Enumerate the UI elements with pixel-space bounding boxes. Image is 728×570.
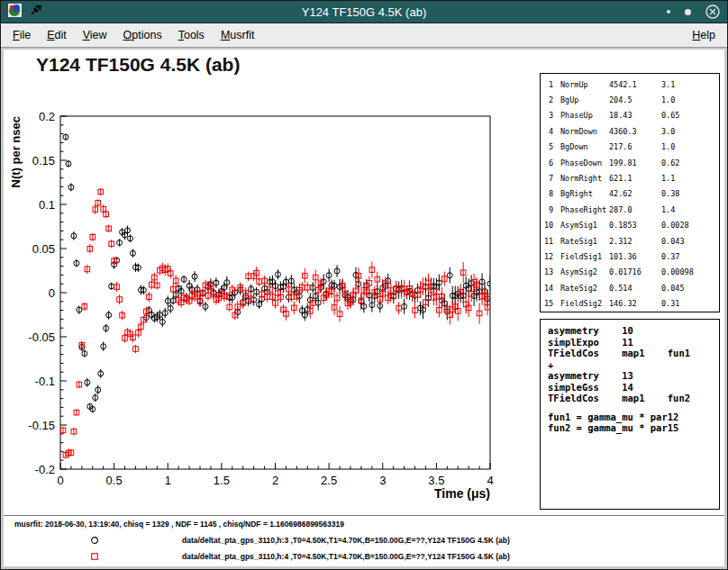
menu-view[interactable]: View: [75, 25, 115, 45]
stats-val: 287.0: [609, 205, 661, 214]
stats-val: 0.01716: [609, 267, 661, 276]
stats-name: BgUp: [560, 95, 609, 104]
data-series-1: [60, 109, 493, 412]
stats-val: 2.312: [609, 237, 661, 246]
stats-idx: 1: [544, 80, 553, 89]
theory-line: TFieldCos map1 fun2: [548, 393, 712, 404]
theory-line: simpleGss 14: [548, 382, 712, 394]
theory-line: asymmetry 10: [548, 325, 712, 337]
x-tick-label: 0: [57, 474, 63, 487]
plot-area[interactable]: 00.511.522.533.540.20.150.10.050-0.05-0.…: [4, 102, 535, 511]
stats-idx: 7: [544, 174, 553, 183]
param-row-NormRight: 7NormRight621.11.1: [541, 170, 719, 185]
stats-val: 18.43: [609, 111, 661, 120]
param-row-BgUp: 2BgUp204.51.0: [541, 92, 719, 107]
stats-err: 1.0: [661, 95, 719, 104]
stats-idx: 4: [544, 127, 553, 136]
param-row-PhaseDown: 6PhaseDown199.810.62: [541, 155, 719, 170]
menu-musrfit[interactable]: Musrfit: [213, 25, 263, 45]
legend: data/deltat_pta_gps_3110,h:3 ,T0=4.50K,T…: [4, 532, 724, 565]
stats-val: 204.5: [609, 95, 661, 104]
window-content: Y124 TF150G 4.5K (ab) 00.511.522.533.540…: [1, 48, 727, 569]
stats-idx: 14: [544, 284, 553, 293]
stats-idx: 8: [544, 189, 553, 198]
x-tick-label: 4: [487, 474, 493, 487]
stats-err: 0.65: [661, 111, 719, 120]
param-row-PhaseUp: 3PhaseUp18.430.65: [541, 108, 719, 123]
x-tick-label: 0.5: [106, 474, 123, 487]
stats-name: PhaseUp: [560, 111, 609, 120]
y-tick-label: 0.1: [39, 198, 55, 212]
minimize-icon[interactable]: [667, 10, 670, 14]
stats-name: PhaseDown: [560, 158, 609, 167]
close-icon[interactable]: [705, 5, 720, 19]
stats-val: 101.36: [609, 252, 661, 261]
root-canvas[interactable]: Y124 TF150G 4.5K (ab) 00.511.522.533.540…: [4, 50, 724, 566]
stats-idx: 13: [544, 267, 553, 276]
stats-idx: 15: [544, 299, 553, 308]
menu-edit[interactable]: Edit: [39, 25, 75, 45]
x-tick-label: 1: [165, 474, 171, 487]
theory-box[interactable]: asymmetry 10simplExpo 11TFieldCos map1 f…: [540, 319, 720, 510]
y-tick-label: -0.2: [35, 463, 55, 476]
maximize-icon[interactable]: [685, 9, 691, 15]
stats-err: 1.1: [661, 174, 719, 183]
stats-err: 0.00098: [661, 267, 719, 276]
stats-idx: 12: [544, 252, 553, 261]
param-row-RateSig2: 14RateSig20.5140.045: [541, 280, 719, 295]
stats-err: 0.37: [661, 252, 719, 261]
param-row-NormUp: 1NormUp4542.13.1: [541, 77, 719, 92]
legend-marker-circle-icon: [90, 532, 99, 548]
app-window: Y124 TF150G 4.5K (ab) FileEditViewOption…: [0, 0, 728, 570]
stats-idx: 5: [544, 142, 553, 151]
theory-line: +: [548, 359, 712, 371]
stats-err: 3.0: [661, 127, 719, 136]
stats-err: 3.1: [661, 80, 719, 89]
theory-line: asymmetry 13: [548, 370, 712, 382]
x-tick-label: 2.5: [321, 474, 337, 487]
stats-idx: 2: [544, 95, 553, 104]
stats-err: 0.31: [661, 299, 719, 308]
y-tick-label: 0: [49, 286, 55, 300]
menu-tools[interactable]: Tools: [170, 25, 213, 45]
theory-line: TFieldCos map1 fun1: [548, 348, 712, 359]
param-row-FieldSig1: 12FieldSig1101.360.37: [541, 249, 719, 264]
x-tick-label: 3.5: [428, 474, 444, 487]
stats-idx: 11: [544, 237, 553, 246]
theory-gap: [548, 404, 712, 412]
stats-name: NormDown: [560, 127, 609, 136]
x-tick-label: 2: [272, 474, 278, 487]
parameter-stats-box[interactable]: 1NormUp4542.13.12BgUp204.51.03PhaseUp18.…: [540, 73, 720, 312]
x-tick-label: 1.5: [214, 474, 230, 487]
y-tick-label: 0.15: [32, 154, 55, 167]
stats-idx: 3: [544, 111, 553, 120]
param-row-RateSig1: 11RateSig12.3120.043: [541, 233, 719, 249]
stats-err: 0.045: [661, 284, 719, 293]
pushpin-icon[interactable]: [30, 4, 42, 20]
menu-options[interactable]: Options: [115, 25, 170, 45]
app-icon[interactable]: [8, 4, 22, 21]
stats-idx: 6: [544, 158, 553, 167]
fit-info-line: musrfit: 2018-06-30, 13:19:40, chisq = 1…: [14, 520, 344, 529]
stats-name: FieldSig1: [560, 252, 609, 261]
stats-idx: 9: [544, 205, 553, 214]
legend-divider: [4, 515, 724, 516]
legend-marker-square-icon: [90, 548, 99, 565]
menu-help[interactable]: Help: [684, 25, 723, 45]
param-row-FieldSig2: 15FieldSig2146.320.31: [541, 295, 719, 311]
titlebar[interactable]: Y124 TF150G 4.5K (ab): [1, 1, 727, 23]
stats-val: 146.32: [609, 299, 661, 308]
legend-row: data/deltat_pta_gps_3110,h:4 ,T0=4.50K,T…: [4, 548, 724, 565]
stats-name: AsymSig2: [560, 267, 609, 276]
stats-val: 0.514: [609, 284, 661, 293]
param-row-NormDown: 4NormDown4360.33.0: [541, 123, 719, 139]
menu-file[interactable]: File: [5, 25, 39, 45]
stats-err: 0.62: [661, 158, 719, 167]
stats-name: NormRight: [560, 174, 609, 183]
stats-err: 1.0: [661, 142, 719, 151]
stats-idx: 10: [544, 221, 553, 230]
stats-name: AsymSig1: [560, 221, 609, 230]
stats-val: 42.62: [609, 189, 661, 198]
y-tick-label: 0.05: [32, 242, 55, 256]
y-tick-label: -0.05: [28, 330, 55, 344]
